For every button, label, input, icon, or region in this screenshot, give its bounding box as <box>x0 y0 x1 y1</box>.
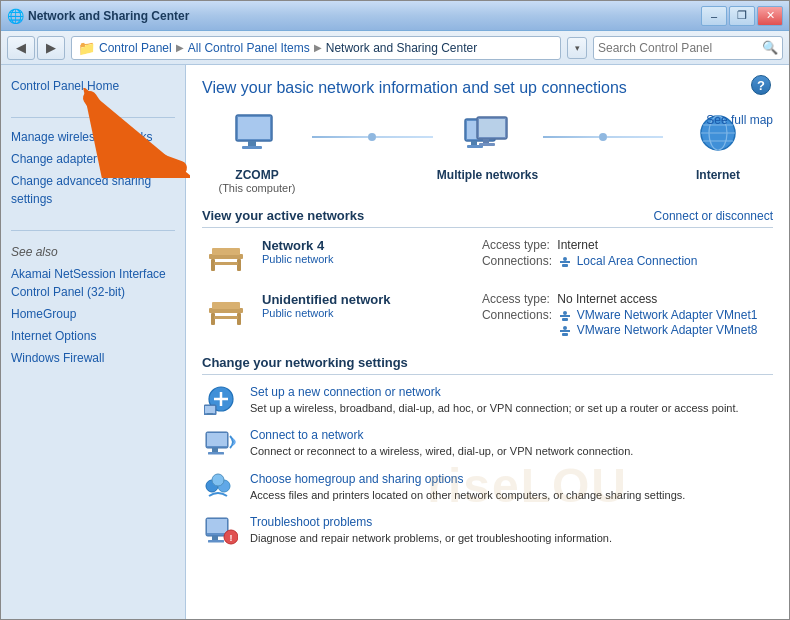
unidentified-info: Unidentified network Public network <box>262 292 470 339</box>
svg-rect-41 <box>207 413 213 415</box>
nav-buttons: ◀ ▶ <box>7 36 65 60</box>
action-homegroup-title[interactable]: Choose homegroup and sharing options <box>250 472 463 486</box>
sidebar-home-section: Control Panel Home <box>1 75 185 109</box>
svg-rect-35 <box>562 333 568 336</box>
svg-point-48 <box>212 474 224 486</box>
unidentified-bench-icon <box>202 292 250 339</box>
unidentified-conn-label: Connections: <box>482 308 552 322</box>
new-connection-icon <box>202 385 240 415</box>
svg-rect-18 <box>212 248 240 255</box>
action-connect-network-desc: Connect or reconnect to a wireless, wire… <box>250 444 633 459</box>
connect-disconnect-link[interactable]: Connect or disconnect <box>654 209 773 223</box>
action-connect-network: Connect to a network Connect or reconnec… <box>202 428 773 459</box>
unidentified-conn-vmnet8[interactable]: VMware Network Adapter VMnet8 <box>577 323 758 337</box>
back-button[interactable]: ◀ <box>7 36 35 60</box>
svg-rect-40 <box>205 406 215 413</box>
forward-button[interactable]: ▶ <box>37 36 65 60</box>
breadcrumb-dropdown[interactable]: ▾ <box>567 37 587 59</box>
svg-rect-19 <box>211 259 215 271</box>
action-troubleshoot-title[interactable]: Troubleshoot problems <box>250 515 372 529</box>
help-button[interactable]: ? <box>751 75 771 95</box>
sidebar-links-section: Manage wireless networks Change adapter … <box>1 126 185 222</box>
network4-conn-row: Connections: Local Area Connection <box>482 254 773 268</box>
sidebar-item-sharing[interactable]: Change advanced sharing settings <box>11 170 175 210</box>
network-node-multiple: Multiple networks <box>433 113 543 182</box>
svg-rect-26 <box>212 302 240 309</box>
search-box: 🔍 <box>593 36 783 60</box>
sidebar-item-akamai[interactable]: Akamai NetSession Interface Control Pane… <box>11 263 175 303</box>
sidebar-divider-2 <box>11 230 175 231</box>
multiple-networks-icon <box>463 113 513 164</box>
sidebar-see-also-label: See also <box>1 239 185 263</box>
minimize-button[interactable]: – <box>701 6 727 26</box>
unidentified-name: Unidentified network <box>262 292 470 307</box>
svg-rect-43 <box>207 433 227 446</box>
search-input[interactable] <box>598 41 758 55</box>
network4-conn-value[interactable]: Local Area Connection <box>577 254 698 268</box>
troubleshoot-icon: ! <box>202 515 240 545</box>
node-computer-label: ZCOMP <box>235 168 278 182</box>
svg-rect-3 <box>242 146 262 149</box>
svg-rect-44 <box>212 448 218 452</box>
network4-name: Network 4 <box>262 238 470 253</box>
unidentified-conn-vmnet1[interactable]: VMware Network Adapter VMnet1 <box>577 308 758 322</box>
action-homegroup-content: Choose homegroup and sharing options Acc… <box>250 472 685 503</box>
unidentified-access-row: Access type: No Internet access <box>482 292 773 306</box>
address-bar: ◀ ▶ 📁 Control Panel ▶ All Control Panel … <box>1 31 789 65</box>
svg-rect-6 <box>471 141 477 145</box>
svg-point-23 <box>563 257 567 261</box>
svg-rect-28 <box>237 313 241 325</box>
change-networking-section: Change your networking settings <box>202 355 773 547</box>
svg-rect-33 <box>560 330 570 332</box>
breadcrumb-control-panel[interactable]: Control Panel <box>99 41 172 55</box>
sidebar-item-wireless[interactable]: Manage wireless networks <box>11 126 175 148</box>
action-connect-network-title[interactable]: Connect to a network <box>250 428 363 442</box>
sidebar-item-home[interactable]: Control Panel Home <box>11 75 175 97</box>
breadcrumb-all-items[interactable]: All Control Panel Items <box>188 41 310 55</box>
action-new-connection: Set up a new connection or network Set u… <box>202 385 773 416</box>
breadcrumb-current: Network and Sharing Center <box>326 41 477 55</box>
sidebar-item-homegroup[interactable]: HomeGroup <box>11 303 175 325</box>
unidentified-access-label: Access type: <box>482 292 550 306</box>
active-networks-title: View your active networks <box>202 208 364 223</box>
restore-button[interactable]: ❐ <box>729 6 755 26</box>
svg-rect-51 <box>212 536 218 540</box>
title-bar-controls: – ❐ ✕ <box>701 6 783 26</box>
action-homegroup-desc: Access files and printers located on oth… <box>250 488 685 503</box>
connect-network-icon <box>202 428 240 458</box>
content-inner: ? View your basic network information an… <box>186 65 789 573</box>
page-title: View your basic network information and … <box>202 79 773 97</box>
action-new-connection-desc: Set up a wireless, broadband, dial-up, a… <box>250 401 739 416</box>
svg-rect-21 <box>214 262 238 265</box>
search-icon[interactable]: 🔍 <box>762 40 778 55</box>
svg-rect-10 <box>483 139 489 143</box>
network4-access-label: Access type: <box>482 238 550 252</box>
sidebar-divider-1 <box>11 117 175 118</box>
unidentified-conn-row: Connections: VMware Network Adapter VMne… <box>482 308 773 337</box>
svg-rect-20 <box>237 259 241 271</box>
svg-rect-9 <box>479 119 505 137</box>
active-networks-header: View your active networks Connect or dis… <box>202 208 773 228</box>
action-homegroup: Choose homegroup and sharing options Acc… <box>202 472 773 503</box>
sidebar-item-adapter[interactable]: Change adapter settings <box>11 148 175 170</box>
network4-bench-icon <box>202 238 250 276</box>
window-title: Network and Sharing Center <box>28 9 189 23</box>
network4-type[interactable]: Public network <box>262 253 470 265</box>
svg-point-31 <box>563 311 567 315</box>
action-new-connection-title[interactable]: Set up a new connection or network <box>250 385 441 399</box>
action-connect-network-content: Connect to a network Connect or reconnec… <box>250 428 633 459</box>
unidentified-type[interactable]: Public network <box>262 307 470 319</box>
sidebar-item-firewall[interactable]: Windows Firewall <box>11 347 175 369</box>
network4-info: Network 4 Public network <box>262 238 470 276</box>
homegroup-icon <box>202 472 240 502</box>
network-node-computer: ZCOMP (This computer) <box>202 113 312 194</box>
title-bar-left: 🌐 Network and Sharing Center <box>7 8 189 24</box>
breadcrumb: 📁 Control Panel ▶ All Control Panel Item… <box>71 36 561 60</box>
sidebar-item-internet-options[interactable]: Internet Options <box>11 325 175 347</box>
network-diagram: ZCOMP (This computer) <box>202 113 773 194</box>
network4-access-value: Internet <box>557 238 598 252</box>
network4-details: Access type: Internet Connections: Local… <box>482 238 773 276</box>
network-entry-1: Network 4 Public network Access type: In… <box>202 238 773 276</box>
close-button[interactable]: ✕ <box>757 6 783 26</box>
see-full-map-link[interactable]: See full map <box>706 113 773 127</box>
